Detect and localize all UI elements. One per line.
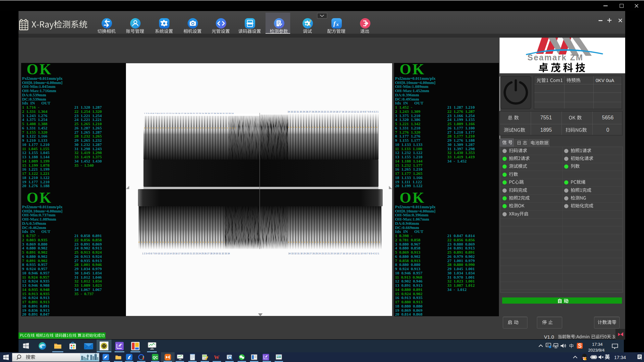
- svg-text:?: ?: [309, 19, 311, 23]
- svg-text:x: x: [336, 22, 339, 27]
- svg-text:Seamark ZM: Seamark ZM: [527, 53, 583, 62]
- svg-text:QC: QC: [153, 356, 158, 359]
- svg-text:34 33 32 31 30 29 28 27 26 25: 34 33 32 31 30 29 28 27 26 25 24 23 22 2…: [288, 111, 378, 113]
- svg-text:34 33 32 31 30 29 28 27 26 25: 34 33 32 31 30 29 28 27 26 25 24 23 22 2…: [288, 252, 379, 255]
- svg-text:1 2 3 4 5 6 7 8 9 10 11 12 13: 1 2 3 4 5 6 7 8 9 10 11 12 13 14 15 16 1…: [142, 252, 230, 255]
- svg-text:W: W: [214, 354, 219, 360]
